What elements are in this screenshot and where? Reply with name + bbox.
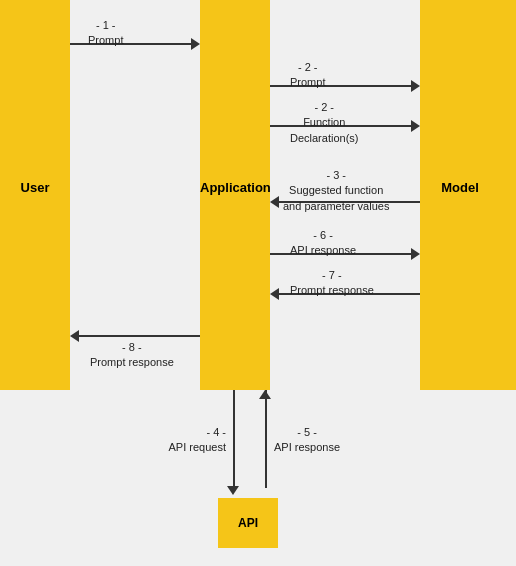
- arrow-5-label: - 5 - API response: [274, 425, 340, 456]
- arrow-3-label: - 3 - Suggested function and parameter v…: [283, 168, 389, 214]
- model-label: Model: [420, 180, 500, 195]
- arrow-8-label: - 8 - Prompt response: [90, 340, 174, 371]
- col-model-bg: [420, 0, 516, 390]
- arrow-4-down: [233, 390, 235, 488]
- arrow-4-label: - 4 - API request: [148, 425, 226, 456]
- arrow-5-head: [259, 390, 271, 399]
- diagram-container: User Application Model - 1 - Prompt - 2 …: [0, 0, 516, 566]
- api-box: API: [218, 498, 278, 548]
- col-app: [200, 0, 270, 390]
- arrow-6-label: - 6 - API response: [290, 228, 356, 259]
- application-label: Application: [200, 180, 270, 195]
- arrow-2a-label: - 2 - Prompt: [290, 60, 325, 91]
- col-user: [0, 0, 70, 390]
- user-label: User: [0, 180, 70, 195]
- arrow-5-up: [265, 390, 267, 488]
- arrow-1-label: - 1 - Prompt: [88, 18, 123, 49]
- api-label: API: [238, 516, 258, 530]
- arrow-7-label: - 7 - Prompt response: [290, 268, 374, 299]
- arrow-2b-label: - 2 - Function Declaration(s): [290, 100, 358, 146]
- arrow-4-head: [227, 486, 239, 495]
